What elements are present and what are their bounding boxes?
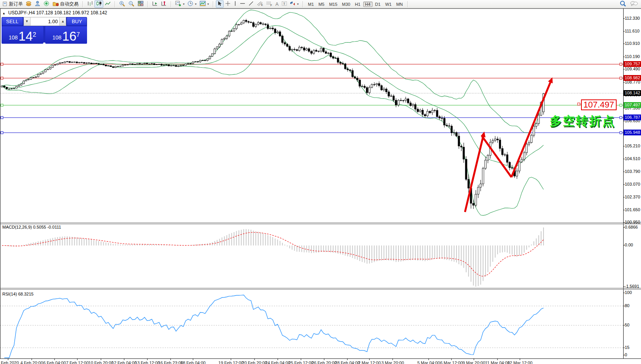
time-axis-label: 28 Feb 04:00	[335, 361, 360, 364]
rsi-tick-label: 80	[625, 303, 629, 308]
price-tick-label: 103.070	[625, 182, 640, 186]
time-axis-label: 9 Mar 20:00	[463, 361, 485, 364]
time-axis-label: 25 Feb 12:00	[289, 361, 314, 364]
time-axis-label: 12 Mar 12:00	[508, 361, 533, 364]
time-axis-label: 18 Feb 04:00	[181, 361, 206, 364]
buy-button[interactable]: BUY	[67, 17, 87, 26]
buy-price-display[interactable]: 108167	[45, 26, 87, 44]
price-tick-label: 109.490	[625, 67, 640, 71]
panel-collapse-icon[interactable]: ▲	[2, 12, 5, 15]
buy-price-pip: 7	[77, 27, 80, 43]
time-axis-label: 24 Feb 04:00	[265, 361, 291, 364]
macd-tick-label: 0.6866	[625, 225, 638, 229]
level-price-label: 109.757	[624, 61, 641, 67]
time-axis-label: 7 Feb 12:00	[66, 361, 89, 364]
rsi-tick-label: 0	[625, 352, 627, 357]
rsi-tick-label: 50	[625, 323, 629, 327]
price-tick-label: 101.650	[625, 207, 640, 212]
chinese-annotation-text[interactable]: 多空转折点	[550, 113, 615, 129]
sell-price-base: 108	[9, 32, 18, 43]
time-axis-label: 4 Feb 20:00	[21, 361, 43, 364]
mt4-terminal-window: 新订单 自动交易	[0, 0, 641, 364]
level-price-label: 107.497	[624, 102, 641, 108]
price-tick-label: 100.950	[625, 220, 640, 224]
buy-price-big: 16	[62, 30, 77, 43]
time-axis-label: 3 Feb 2020	[0, 361, 19, 364]
price-callout-box[interactable]: 107.497	[581, 99, 617, 110]
time-axis-label: 12 Feb 04:00	[112, 361, 137, 364]
price-tick-label: 103.790	[625, 169, 640, 174]
time-axis-label: 2 Mar 12:00	[358, 361, 381, 364]
sell-price-display[interactable]: 108142	[2, 26, 43, 44]
rsi-tick-label: 15	[625, 345, 629, 350]
time-axis-label: 11 Mar 04:00	[485, 361, 510, 364]
volume-decrease-button[interactable]: ▼	[24, 17, 31, 26]
time-axis-label: 5 Mar 04:00	[417, 361, 440, 364]
price-tick-label: 105.210	[625, 144, 640, 148]
chart-window[interactable]: ▲ USDJPY-,H4 107.128 108.182 106.972 108…	[0, 8, 641, 364]
price-tick-label: 102.370	[625, 195, 640, 199]
trade-panel-row: SELL ▼ ▲ BUY	[2, 17, 87, 26]
sell-price-big: 14	[19, 30, 33, 43]
time-axis-label: 19 Feb 12:00	[219, 361, 244, 364]
sell-button[interactable]: SELL	[2, 17, 23, 26]
symbol-timeframe-label: USDJPY-,H4	[8, 10, 35, 15]
one-click-trading-panel: SELL ▼ ▲ BUY 108142 108167	[2, 17, 87, 43]
time-axis-label: 20 Feb 20:00	[242, 361, 267, 364]
volume-spinner: ▼ ▲	[24, 17, 67, 26]
level-price-label: 108.982	[624, 75, 641, 81]
level-price-label: 106.787	[624, 114, 641, 120]
price-tick-label: 110.910	[625, 41, 640, 46]
rsi-indicator-label: RSI(14) 68.3215	[2, 292, 34, 296]
price-tick-label: 104.510	[625, 156, 640, 161]
sell-price-pip: 2	[33, 27, 36, 43]
volume-input[interactable]	[31, 17, 60, 26]
price-tick-label: 110.190	[625, 54, 640, 59]
level-price-label: 105.948	[624, 130, 641, 135]
price-tick-label: 111.610	[625, 29, 639, 33]
price-tick-label: 112.330	[625, 16, 640, 21]
time-axis-label: 3 Mar 20:00	[381, 361, 404, 364]
time-axis-label: 6 Feb 04:00	[43, 361, 66, 364]
current-price-label: 108.142	[624, 90, 641, 96]
volume-increase-button[interactable]: ▲	[59, 17, 66, 26]
buy-price-base: 108	[53, 32, 62, 43]
price-chart-canvas[interactable]	[0, 0, 641, 364]
macd-indicator-label: MACD(12,26,9) 0.5055 -0.0111	[2, 225, 61, 229]
time-axis-label: 16 Feb 23:00	[158, 361, 183, 364]
chart-ohlc-title: ▲ USDJPY-,H4 107.128 108.182 106.972 108…	[2, 10, 107, 15]
time-axis-label: 13 Feb 12:00	[135, 361, 160, 364]
macd-tick-label: -1.5691	[625, 284, 639, 289]
rsi-tick-label: 100	[625, 290, 632, 295]
time-axis-label: 10 Feb 20:00	[89, 361, 114, 364]
time-axis-label: 6 Mar 12:00	[440, 361, 463, 364]
ohlc-values: 107.128 108.182 106.972 108.142	[36, 10, 108, 15]
time-axis-label: 26 Feb 20:00	[312, 361, 337, 364]
macd-tick-label: 0.00	[625, 243, 633, 247]
